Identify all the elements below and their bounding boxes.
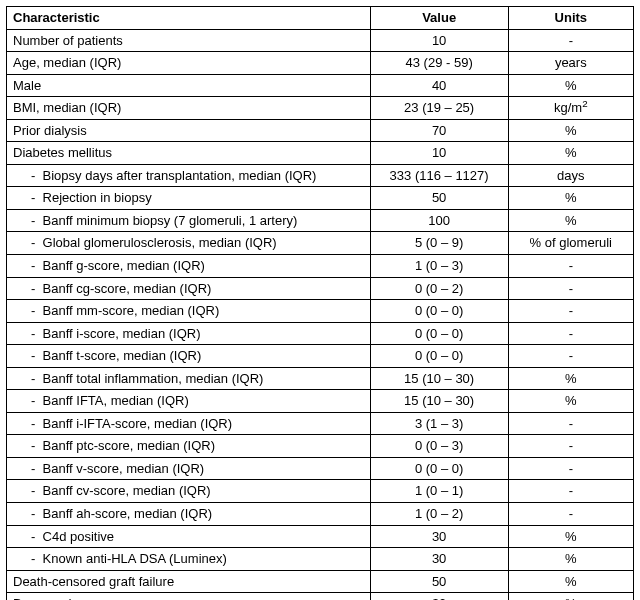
- cell-units: %: [508, 548, 633, 571]
- table-row: Rejection in biopsy50%: [7, 187, 634, 210]
- characteristic-label: Banff IFTA, median (IQR): [13, 392, 189, 410]
- cell-units: -: [508, 255, 633, 278]
- cell-value: 1 (0 – 3): [370, 255, 508, 278]
- characteristic-label: Banff cg-score, median (IQR): [13, 280, 211, 298]
- cell-characteristic: Banff g-score, median (IQR): [7, 255, 371, 278]
- cell-value: 0 (0 – 3): [370, 435, 508, 458]
- cell-units: %: [508, 119, 633, 142]
- characteristic-label: Banff total inflammation, median (IQR): [13, 370, 263, 388]
- cell-characteristic: Biopsy days after transplantation, media…: [7, 164, 371, 187]
- cell-characteristic: Banff cg-score, median (IQR): [7, 277, 371, 300]
- cell-value: 70: [370, 119, 508, 142]
- col-header-value: Value: [370, 7, 508, 30]
- table-row: Banff i-score, median (IQR)0 (0 – 0)-: [7, 322, 634, 345]
- characteristic-label: Banff minimum biopsy (7 glomeruli, 1 art…: [13, 212, 297, 230]
- characteristics-table: Characteristic Value Units Number of pat…: [6, 6, 634, 600]
- cell-value: 23 (19 – 25): [370, 97, 508, 120]
- cell-characteristic: Banff cv-score, median (IQR): [7, 480, 371, 503]
- cell-units: -: [508, 277, 633, 300]
- cell-units: -: [508, 412, 633, 435]
- characteristic-label: Banff v-score, median (IQR): [13, 460, 204, 478]
- table-row: C4d positive30%: [7, 525, 634, 548]
- cell-units: kg/m2: [508, 97, 633, 120]
- cell-units: -: [508, 300, 633, 323]
- table-row: Banff cv-score, median (IQR)1 (0 – 1)-: [7, 480, 634, 503]
- cell-value: 43 (29 - 59): [370, 52, 508, 75]
- cell-units: years: [508, 52, 633, 75]
- cell-units: %: [508, 187, 633, 210]
- cell-units: %: [508, 593, 633, 600]
- characteristic-label: Rejection in biopsy: [13, 189, 152, 207]
- cell-value: 1 (0 – 1): [370, 480, 508, 503]
- cell-characteristic: C4d positive: [7, 525, 371, 548]
- cell-characteristic: Banff mm-score, median (IQR): [7, 300, 371, 323]
- cell-characteristic: Death-censored graft failure: [7, 570, 371, 593]
- cell-value: 40: [370, 74, 508, 97]
- table-row: Banff g-score, median (IQR)1 (0 – 3)-: [7, 255, 634, 278]
- cell-characteristic: Known anti-HLA DSA (Luminex): [7, 548, 371, 571]
- table-row: Male40%: [7, 74, 634, 97]
- table-header-row: Characteristic Value Units: [7, 7, 634, 30]
- cell-characteristic: Age, median (IQR): [7, 52, 371, 75]
- cell-characteristic: Banff t-score, median (IQR): [7, 345, 371, 368]
- characteristic-label: Banff mm-score, median (IQR): [13, 302, 219, 320]
- characteristic-label: Banff g-score, median (IQR): [13, 257, 205, 275]
- characteristic-label: Banff ah-score, median (IQR): [13, 505, 212, 523]
- cell-units: -: [508, 457, 633, 480]
- cell-value: 30: [370, 593, 508, 600]
- cell-value: 50: [370, 187, 508, 210]
- table-row: Banff v-score, median (IQR)0 (0 – 0)-: [7, 457, 634, 480]
- cell-value: 50: [370, 570, 508, 593]
- col-header-units: Units: [508, 7, 633, 30]
- cell-characteristic: Number of patients: [7, 29, 371, 52]
- table-row: Banff IFTA, median (IQR)15 (10 – 30)%: [7, 390, 634, 413]
- characteristic-label: Banff t-score, median (IQR): [13, 347, 201, 365]
- characteristic-label: C4d positive: [13, 528, 114, 546]
- cell-units: %: [508, 74, 633, 97]
- cell-characteristic: Banff i-score, median (IQR): [7, 322, 371, 345]
- cell-characteristic: Banff ah-score, median (IQR): [7, 503, 371, 526]
- cell-units: %: [508, 570, 633, 593]
- cell-characteristic: Rejection in biopsy: [7, 187, 371, 210]
- table-row: Banff cg-score, median (IQR)0 (0 – 2)-: [7, 277, 634, 300]
- table-row: Death-censored graft failure50%: [7, 570, 634, 593]
- table-row: Banff mm-score, median (IQR)0 (0 – 0)-: [7, 300, 634, 323]
- cell-characteristic: Banff total inflammation, median (IQR): [7, 367, 371, 390]
- cell-units: days: [508, 164, 633, 187]
- table-row: Prior dialysis70%: [7, 119, 634, 142]
- cell-characteristic: Prior dialysis: [7, 119, 371, 142]
- table-row: Diabetes mellitus10%: [7, 142, 634, 165]
- cell-value: 10: [370, 29, 508, 52]
- cell-units: %: [508, 367, 633, 390]
- cell-value: 333 (116 – 1127): [370, 164, 508, 187]
- table-row: Age, median (IQR)43 (29 - 59)years: [7, 52, 634, 75]
- table-row: Known anti-HLA DSA (Luminex)30%: [7, 548, 634, 571]
- cell-value: 0 (0 – 2): [370, 277, 508, 300]
- cell-value: 100: [370, 209, 508, 232]
- cell-value: 0 (0 – 0): [370, 457, 508, 480]
- table-row: Deceased30%: [7, 593, 634, 600]
- cell-characteristic: Banff minimum biopsy (7 glomeruli, 1 art…: [7, 209, 371, 232]
- characteristic-label: Banff i-score, median (IQR): [13, 325, 201, 343]
- characteristic-label: Banff i-IFTA-score, median (IQR): [13, 415, 232, 433]
- characteristic-label: Biopsy days after transplantation, media…: [13, 167, 316, 185]
- cell-units: % of glomeruli: [508, 232, 633, 255]
- cell-characteristic: BMI, median (IQR): [7, 97, 371, 120]
- cell-value: 10: [370, 142, 508, 165]
- cell-value: 15 (10 – 30): [370, 367, 508, 390]
- cell-characteristic: Banff v-score, median (IQR): [7, 457, 371, 480]
- table-row: Global glomerulosclerosis, median (IQR)5…: [7, 232, 634, 255]
- table-row: Banff ah-score, median (IQR)1 (0 – 2)-: [7, 503, 634, 526]
- cell-value: 0 (0 – 0): [370, 322, 508, 345]
- cell-characteristic: Male: [7, 74, 371, 97]
- col-header-characteristic: Characteristic: [7, 7, 371, 30]
- characteristic-label: Banff ptc-score, median (IQR): [13, 437, 215, 455]
- cell-units: -: [508, 29, 633, 52]
- cell-units: -: [508, 435, 633, 458]
- table-row: Banff i-IFTA-score, median (IQR)3 (1 – 3…: [7, 412, 634, 435]
- table-row: Number of patients10-: [7, 29, 634, 52]
- cell-characteristic: Banff IFTA, median (IQR): [7, 390, 371, 413]
- cell-units: -: [508, 480, 633, 503]
- cell-units: %: [508, 525, 633, 548]
- table-row: Banff minimum biopsy (7 glomeruli, 1 art…: [7, 209, 634, 232]
